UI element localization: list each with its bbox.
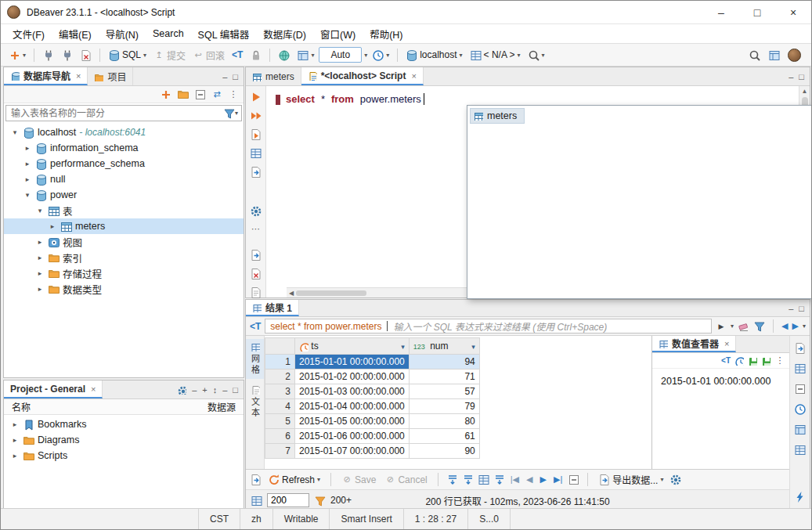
metadata-panel-icon[interactable] xyxy=(794,403,806,415)
collapse-icon[interactable]: ▸ xyxy=(35,238,45,246)
disconnect-button[interactable] xyxy=(78,48,94,63)
expand-icon[interactable]: ▾ xyxy=(10,128,20,136)
grid-corner-cell[interactable] xyxy=(265,338,295,355)
filter-forward-icon[interactable]: ▶ xyxy=(792,321,799,331)
tree-item-datatypes[interactable]: ▸ 数据类型 xyxy=(4,281,244,297)
scroll-up-icon[interactable]: ▲ xyxy=(802,88,808,95)
tab-projects[interactable]: 项目 xyxy=(88,67,133,85)
cancel-button[interactable]: ⊘ Cancel xyxy=(382,472,429,488)
status-writable[interactable]: Writable xyxy=(272,509,330,529)
project-item-scripts[interactable]: ▸ Scripts xyxy=(4,448,244,463)
close-tab-icon[interactable]: × xyxy=(91,384,96,394)
lock-button[interactable] xyxy=(247,48,264,63)
filter-history-icon[interactable]: ▾ xyxy=(731,323,734,330)
collapse-icon[interactable]: ▸ xyxy=(23,160,32,168)
tree-item-indexes[interactable]: ▸ 索引 xyxy=(4,250,244,265)
export-data-button[interactable]: 导出数据... ▾ xyxy=(596,471,666,488)
cell-ts[interactable]: 2015-01-03 00:00:00.000 xyxy=(295,384,410,399)
open-in-editor-icon[interactable] xyxy=(250,474,262,485)
close-tab-icon[interactable]: × xyxy=(724,339,729,348)
transaction-log-button[interactable]: <T xyxy=(229,48,245,62)
tree-item-information-schema[interactable]: ▸ information_schema xyxy=(4,140,244,156)
menu-sql-editor[interactable]: SQL 编辑器 xyxy=(191,24,257,44)
cell-ts[interactable]: 2015-01-01 00:00:00.000 xyxy=(295,355,410,370)
view-menu-icon[interactable]: ⋮ xyxy=(228,88,239,101)
performance-bolt-icon[interactable] xyxy=(794,491,806,503)
presentation-grid-tab[interactable]: 网格 xyxy=(246,339,264,379)
tab-database-navigator[interactable]: 数据库导航 × xyxy=(4,67,88,85)
row-number[interactable]: 3 xyxy=(265,384,295,399)
tree-item-meters[interactable]: ▸ meters xyxy=(4,218,244,234)
filter-menu-icon[interactable]: ▾ xyxy=(803,323,806,330)
status-timezone[interactable]: CST xyxy=(198,509,240,529)
cell-num[interactable]: 57 xyxy=(409,384,479,399)
table-filter-input[interactable] xyxy=(6,108,223,119)
tree-item-null[interactable]: ▸ null xyxy=(4,171,244,187)
close-tab-icon[interactable]: × xyxy=(411,71,416,81)
schema-button[interactable]: ▾ xyxy=(294,48,316,63)
maximize-panel-icon[interactable]: □ xyxy=(233,385,238,395)
cell-num[interactable]: 90 xyxy=(409,444,479,459)
expand-icon[interactable]: ▾ xyxy=(23,191,32,199)
filter-expression-icon[interactable]: <T xyxy=(250,321,261,332)
column-header-ts[interactable]: ts ▾ xyxy=(295,338,410,355)
save-as-icon[interactable] xyxy=(761,356,770,366)
collapse-icon[interactable]: ▸ xyxy=(10,420,20,428)
presentation-text-tab[interactable]: 文本 xyxy=(246,382,264,422)
maximize-button[interactable]: □ xyxy=(739,1,775,23)
maximize-panel-icon[interactable]: □ xyxy=(799,72,804,81)
autocomplete-item-meters[interactable]: meters xyxy=(470,108,525,124)
search-tool-button[interactable]: ▾ xyxy=(525,48,547,63)
cell-num[interactable]: 61 xyxy=(409,429,479,444)
layout-panel-icon[interactable] xyxy=(794,444,806,456)
new-connection-icon[interactable] xyxy=(160,88,171,100)
minimize-button[interactable]: – xyxy=(703,1,739,23)
new-folder-icon[interactable] xyxy=(177,88,189,100)
collapse-icon[interactable]: ▸ xyxy=(35,254,45,261)
sync-icon[interactable]: ↕ xyxy=(213,385,218,395)
fetch-more-label[interactable]: 200+ xyxy=(330,495,352,506)
fetch-filter-icon[interactable] xyxy=(314,495,326,507)
cell-num[interactable]: 94 xyxy=(409,355,479,370)
scroll-left-icon[interactable]: ◀ xyxy=(289,290,294,297)
perspective-icon[interactable] xyxy=(768,49,780,61)
dropdown-icon[interactable]: ▾ xyxy=(235,110,238,117)
results-settings-gear-icon[interactable] xyxy=(669,474,681,485)
database-selector[interactable]: < N/A >▾ xyxy=(467,48,523,63)
cell-num[interactable]: 71 xyxy=(409,370,479,384)
tree-item-localhost[interactable]: ▾ localhost - localhost:6041 xyxy=(4,124,244,140)
row-number[interactable]: 6 xyxy=(265,429,295,444)
fetch-row-count-icon[interactable] xyxy=(478,474,489,485)
previous-row-icon[interactable]: ◀ xyxy=(525,474,534,485)
menu-edit[interactable]: 编辑(E) xyxy=(52,24,99,44)
collapse-icon[interactable]: ▸ xyxy=(35,269,45,277)
collapse-icon[interactable]: ▸ xyxy=(23,175,32,183)
delete-script-icon[interactable] xyxy=(250,268,262,279)
rollback-button[interactable]: ↩回滚 xyxy=(190,47,227,63)
menu-help[interactable]: 帮助(H) xyxy=(363,24,410,44)
collapse-icon[interactable]: – xyxy=(192,385,197,395)
collapse-icon[interactable]: ▸ xyxy=(23,144,32,152)
dropdown-icon[interactable]: ▾ xyxy=(23,52,26,59)
execute-script-icon[interactable] xyxy=(250,110,262,121)
editor-settings-gear-icon[interactable] xyxy=(250,205,262,217)
project-item-bookmarks[interactable]: ▸ Bookmarks xyxy=(4,416,244,432)
tree-item-procedures[interactable]: ▸ 存储过程 xyxy=(4,265,244,281)
menu-file[interactable]: 文件(F) xyxy=(5,24,52,44)
column-dropdown-icon[interactable]: ▾ xyxy=(471,343,475,351)
tree-item-views[interactable]: ▸ 视图 xyxy=(4,234,244,250)
project-item-diagrams[interactable]: ▸ Diagrams xyxy=(4,432,244,448)
cell-ts[interactable]: 2015-01-05 00:00:00.000 xyxy=(295,414,410,429)
references-panel-icon[interactable] xyxy=(794,424,806,435)
tree-item-power[interactable]: ▾ power xyxy=(4,187,244,203)
row-number[interactable]: 1 xyxy=(265,355,295,370)
grid-panel-icon[interactable] xyxy=(794,362,806,374)
minimize-panel-icon[interactable]: – xyxy=(789,304,793,313)
cell-num[interactable]: 79 xyxy=(409,399,479,414)
value-panel-icon[interactable] xyxy=(794,342,806,354)
fetch-next-page-icon[interactable] xyxy=(446,474,458,485)
tab-value-viewer[interactable]: 数值查看器 × xyxy=(652,336,736,352)
maximize-panel-icon[interactable]: □ xyxy=(233,72,238,81)
more-actions-icon[interactable]: ⋯ xyxy=(251,224,262,234)
collapse-all-icon[interactable] xyxy=(194,88,206,100)
